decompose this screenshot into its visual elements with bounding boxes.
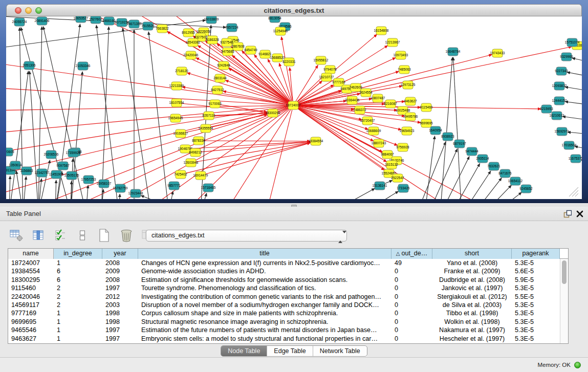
graph-edge[interactable] [567, 72, 582, 77]
graph-edge[interactable] [572, 58, 582, 63]
graph-node[interactable]: 12342757 [35, 169, 50, 177]
tab-edge-table[interactable]: Edge Table [267, 346, 312, 356]
graph-edge[interactable] [9, 176, 10, 199]
graph-node[interactable]: 15716465 [201, 184, 216, 192]
graph-edge[interactable] [101, 27, 109, 199]
graph-node[interactable]: 15136141 [373, 182, 387, 190]
graph-edge[interactable] [55, 180, 56, 199]
graph-node[interactable]: 12093832 [552, 82, 567, 90]
graph-edge[interactable] [485, 185, 511, 199]
graph-node[interactable]: 1350614 [9, 161, 22, 169]
graph-node[interactable]: 15692971 [555, 127, 570, 136]
graph-node[interactable]: 12923448 [128, 189, 143, 198]
graph-node[interactable]: 19384554 [309, 137, 323, 145]
graph-node[interactable]: 10654112 [508, 177, 523, 185]
graph-node[interactable]: 2051306 [23, 61, 36, 70]
graph-node[interactable]: 10973493 [394, 51, 408, 59]
graph-node[interactable]: 11675375 [569, 155, 582, 163]
tab-network-table[interactable]: Network Table [313, 346, 367, 356]
column-header-title[interactable]: title [138, 249, 391, 259]
graph-node[interactable]: 17016504 [562, 141, 577, 149]
graph-node[interactable]: 7663822 [156, 25, 169, 33]
table-row[interactable]: 911546021997Tourette syndrome. Phenomeno… [8, 284, 568, 292]
graph-node[interactable]: 8220331 [282, 58, 296, 66]
tab-node-table[interactable]: Node Table [221, 346, 267, 356]
graph-edge[interactable] [210, 114, 268, 127]
graph-node[interactable]: 21053346 [76, 62, 91, 70]
graph-node[interactable]: 8912955 [182, 29, 195, 37]
graph-node[interactable]: 6216087 [384, 100, 397, 108]
graph-node[interactable]: 8813054 [268, 16, 281, 23]
graph-edge[interactable] [143, 108, 290, 199]
graph-node[interactable]: 10688609 [366, 127, 381, 135]
graph-node[interactable]: 9756928 [396, 143, 409, 151]
graph-node[interactable]: 1640954 [429, 126, 442, 135]
graph-node[interactable]: 10653527 [74, 16, 89, 23]
table-row[interactable]: 1872400712008Changes of HCN gene express… [8, 259, 568, 267]
graph-node[interactable]: 8938923 [441, 133, 454, 141]
graph-node[interactable]: 19654945 [168, 114, 183, 122]
graph-node[interactable]: 2935114 [476, 155, 489, 163]
column-header-indegree[interactable]: in_degree [54, 249, 102, 259]
row-height-icon[interactable] [75, 228, 90, 243]
column-header-pagerank[interactable]: pagerank [512, 249, 560, 259]
graph-node[interactable]: 14671355 [127, 20, 142, 28]
graph-node[interactable]: 9329966 [560, 53, 573, 61]
graph-edge[interactable] [575, 146, 582, 150]
graph-node[interactable]: 9794078 [323, 65, 337, 74]
graph-node[interactable]: 11254946 [273, 27, 288, 35]
graph-node[interactable]: 1615132 [385, 161, 398, 169]
graph-node[interactable]: 16958107 [97, 180, 112, 188]
graph-node[interactable]: 1156863 [20, 167, 33, 175]
graph-node[interactable]: 9170063 [208, 100, 222, 108]
graph-node[interactable]: 7515526 [141, 22, 155, 30]
graph-node[interactable]: 7425402 [174, 170, 187, 179]
graph-node[interactable]: 9097587 [56, 162, 70, 170]
graph-node[interactable]: 16914479 [193, 171, 208, 180]
graph-edge[interactable] [581, 160, 582, 163]
table-select-dropdown[interactable]: citations_edges.txt [146, 230, 347, 242]
graph-edge[interactable] [568, 132, 582, 135]
graph-node[interactable]: 12444157 [552, 97, 567, 105]
graph-edge[interactable] [296, 65, 318, 101]
graph-node[interactable]: 19743433 [490, 49, 505, 57]
graph-edge[interactable] [181, 103, 267, 113]
table-row[interactable]: 2242004622012Investigating the contribut… [8, 293, 568, 301]
graph-node[interactable]: 9115460 [420, 103, 433, 112]
graph-node[interactable]: 8466160 [102, 17, 116, 25]
graph-edge[interactable] [453, 57, 462, 199]
graph-node[interactable]: 8267110 [203, 112, 215, 120]
graph-edge[interactable] [169, 191, 173, 199]
graph-node[interactable]: 9463627 [404, 97, 417, 105]
graph-edge[interactable] [441, 157, 469, 199]
graph-node[interactable]: 12973125 [401, 81, 416, 89]
window-titlebar[interactable]: citations_edges.txt [6, 4, 582, 17]
graph-edge[interactable] [20, 107, 289, 199]
graph-node[interactable]: 9857771 [167, 182, 181, 190]
graph-edge[interactable] [417, 142, 446, 199]
delete-attributes-icon[interactable] [119, 228, 134, 243]
graph-node[interactable]: 20891406 [35, 17, 50, 25]
graph-node[interactable]: 9474444 [465, 147, 478, 156]
graph-edge[interactable] [205, 143, 311, 174]
graph-node[interactable]: 7486372 [353, 106, 366, 114]
table-row[interactable]: 946554611997Estimation of the future num… [8, 326, 568, 334]
graph-node[interactable]: 15955812 [314, 56, 329, 64]
graph-node[interactable]: 6879197 [453, 140, 466, 148]
graph-node[interactable]: 8878334 [192, 137, 205, 145]
graph-edge[interactable] [9, 71, 29, 199]
graph-node[interactable]: 7485063 [398, 65, 411, 74]
graph-node[interactable]: 16782759 [113, 184, 128, 192]
graph-edge[interactable] [119, 194, 120, 199]
graph-node[interactable]: 16154808 [374, 27, 389, 35]
float-panel-icon[interactable] [563, 210, 572, 218]
graph-edge[interactable] [187, 73, 289, 104]
graph-node[interactable]: 8427512 [211, 86, 224, 94]
graph-edge[interactable] [203, 141, 310, 141]
graph-node[interactable]: 7857224 [225, 24, 238, 32]
graph-node[interactable]: 20206536 [44, 150, 59, 159]
graph-node[interactable]: 12213389 [169, 82, 184, 90]
graph-node[interactable]: 16033809 [204, 16, 219, 24]
graph-node[interactable]: 16648784 [446, 48, 461, 56]
graph-node[interactable]: 2520605 [6, 148, 14, 156]
